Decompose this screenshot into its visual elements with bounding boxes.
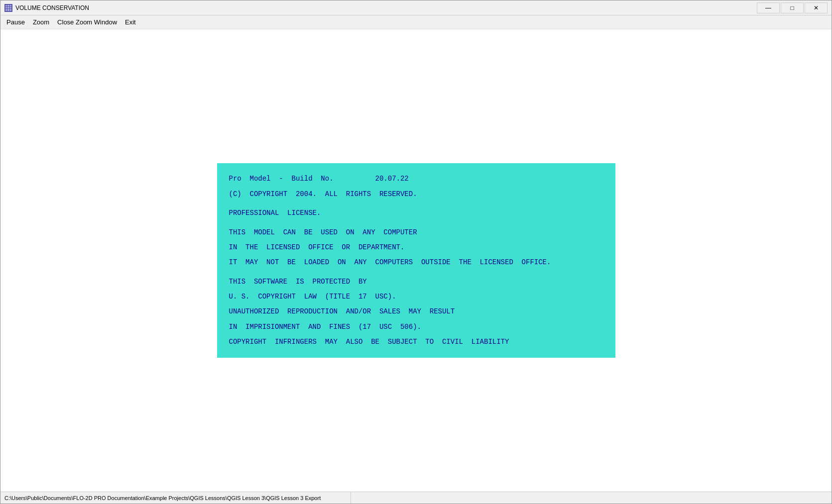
menu-zoom[interactable]: Zoom bbox=[29, 16, 53, 28]
minimize-button[interactable]: — bbox=[757, 2, 780, 13]
legal-line3: UNAUTHORIZED REPRODUCTION AND/OR SALES M… bbox=[229, 306, 603, 317]
build-line: Pro Model - Build No. 20.07.22 bbox=[229, 173, 603, 184]
legal-line4: IN IMPRISIONMENT AND FINES (17 USC 506). bbox=[229, 321, 603, 332]
maximize-button[interactable]: □ bbox=[781, 2, 804, 13]
window-title: VOLUME CONSERVATION bbox=[15, 4, 89, 11]
main-window: VOLUME CONSERVATION — □ ✕ Pause Zoom Clo… bbox=[0, 0, 832, 504]
title-bar-controls: — □ ✕ bbox=[757, 2, 828, 13]
main-content: Pro Model - Build No. 20.07.22 (C) COPYR… bbox=[0, 29, 832, 492]
close-button[interactable]: ✕ bbox=[805, 2, 828, 13]
header-section: Pro Model - Build No. 20.07.22 (C) COPYR… bbox=[229, 173, 603, 200]
menu-pause[interactable]: Pause bbox=[2, 16, 29, 28]
info-box: Pro Model - Build No. 20.07.22 (C) COPYR… bbox=[217, 163, 615, 357]
status-bar: C:\Users\Public\Documents\FLO-2D PRO Doc… bbox=[0, 492, 832, 504]
legal-line2: U. S. COPYRIGHT LAW (TITLE 17 USC). bbox=[229, 291, 603, 302]
usage-section: THIS MODEL CAN BE USED ON ANY COMPUTER I… bbox=[229, 227, 603, 268]
legal-line1: THIS SOFTWARE IS PROTECTED BY bbox=[229, 276, 603, 287]
legal-line5: COPYRIGHT INFRINGERS MAY ALSO BE SUBJECT… bbox=[229, 336, 603, 347]
license-section: PROFESSIONAL LICENSE. bbox=[229, 207, 603, 218]
usage-line1: THIS MODEL CAN BE USED ON ANY COMPUTER bbox=[229, 227, 603, 238]
menu-close-zoom-window[interactable]: Close Zoom Window bbox=[53, 16, 121, 28]
menu-exit[interactable]: Exit bbox=[121, 16, 140, 28]
title-bar: VOLUME CONSERVATION — □ ✕ bbox=[0, 0, 832, 15]
menu-bar: Pause Zoom Close Zoom Window Exit bbox=[0, 15, 832, 29]
status-extra bbox=[351, 492, 830, 504]
usage-line3: IT MAY NOT BE LOADED ON ANY COMPUTERS OU… bbox=[229, 257, 603, 268]
legal-section: THIS SOFTWARE IS PROTECTED BY U. S. COPY… bbox=[229, 276, 603, 348]
copyright-line: (C) COPYRIGHT 2004. ALL RIGHTS RESERVED. bbox=[229, 189, 603, 200]
app-icon bbox=[4, 4, 12, 12]
license-type: PROFESSIONAL LICENSE. bbox=[229, 207, 603, 218]
usage-line2: IN THE LICENSED OFFICE OR DEPARTMENT. bbox=[229, 242, 603, 253]
status-path: C:\Users\Public\Documents\FLO-2D PRO Doc… bbox=[2, 492, 351, 504]
title-bar-left: VOLUME CONSERVATION bbox=[4, 4, 89, 12]
